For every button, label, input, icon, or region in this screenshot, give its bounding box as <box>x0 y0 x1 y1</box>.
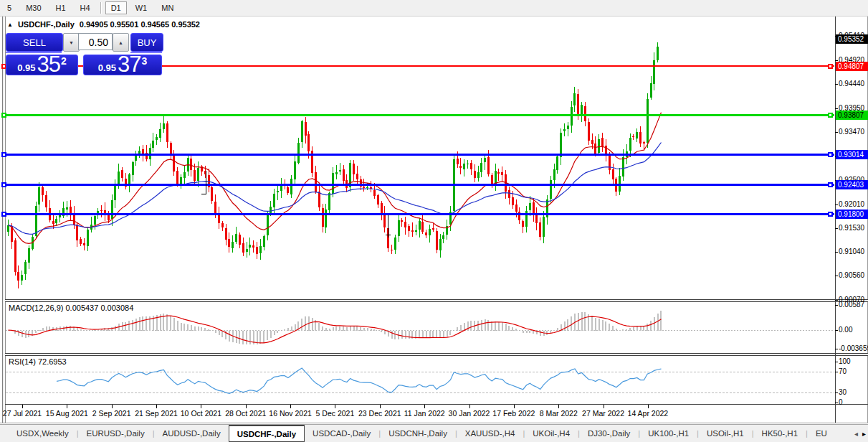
tab-scroll-left-icon[interactable]: ◂ <box>854 430 858 438</box>
date-tick-label: 8 Mar 2022 <box>540 409 578 418</box>
buy-price-sup: 3 <box>142 57 148 65</box>
sell-price-small: 0.95 <box>17 62 35 73</box>
date-tick-label: 14 Apr 2022 <box>628 409 669 418</box>
price-line-label-blue-level-1: 0.93014 <box>836 150 868 159</box>
price-line-label-blue-level-3: 0.91800 <box>836 210 868 219</box>
tab-uk100-h1[interactable]: UK100-,H1 <box>640 425 697 442</box>
price-line-label-blue-level-2: 0.92403 <box>836 180 868 189</box>
date-tick-label: 15 Aug 2021 <box>46 409 88 418</box>
sell-price-big: 35 <box>37 55 60 73</box>
date-tick-label: 16 Nov 2021 <box>269 409 312 418</box>
rsi-label: RSI(14) 72.6953 <box>9 357 67 366</box>
rsi-axis-label: 100 <box>839 357 851 365</box>
price-tick-label: 0.93470 <box>839 128 864 136</box>
date-tick-label: 28 Oct 2021 <box>225 409 266 418</box>
timeframe-button-m30[interactable]: M30 <box>20 1 47 14</box>
tab-usdchf-daily[interactable]: USDCHF-,Daily <box>229 425 305 442</box>
tab-usdcad-daily[interactable]: USDCAD-,Daily <box>305 425 378 442</box>
volume-input[interactable]: 0.50 <box>78 33 113 50</box>
volume-increase-button[interactable]: ▲ <box>113 33 129 52</box>
buy-price-small: 0.95 <box>98 62 116 73</box>
sell-button[interactable]: SELL <box>6 33 63 52</box>
tab-dj30-daily[interactable]: DJ30-,Daily <box>580 425 638 442</box>
tab-scroll-right-icon[interactable]: ▸ <box>862 430 866 438</box>
timeframe-button-5[interactable]: 5 <box>1 1 17 14</box>
sell-price-display[interactable]: 0.95 35 2 <box>6 55 78 75</box>
collapse-icon[interactable]: ▲ <box>7 22 13 28</box>
tab-audusd-daily[interactable]: AUDUSD-,Daily <box>155 425 229 442</box>
macd-label: MACD(12,26,9) 0.005437 0.003084 <box>9 304 133 312</box>
symbol-tab-bar: USDX,Weekly|EURUSD-,Daily|AUDUSD-,DailyU… <box>0 424 868 442</box>
buy-button[interactable]: BUY <box>130 33 163 52</box>
timeframe-button-w1[interactable]: W1 <box>130 1 153 14</box>
price-line-label-green-level: 0.93807 <box>836 110 868 120</box>
tab-xauusd-h4[interactable]: XAUUSD-,H4 <box>457 425 523 442</box>
buy-price-display[interactable]: 0.95 37 3 <box>83 55 162 75</box>
toolbar-separator <box>100 2 101 14</box>
buy-price-big: 37 <box>118 55 140 73</box>
price-tick-label: 0.91040 <box>839 248 864 255</box>
macd-axis-label: 0.00 <box>839 326 852 334</box>
tab-scroll-arrows: ◂ ▸ <box>854 425 866 442</box>
tab-usdcnh-daily[interactable]: USDCNH-,Daily <box>381 425 455 442</box>
price-line-label-current-price: 0.95352 <box>836 34 868 44</box>
rsi-axis-label: 70 <box>839 367 846 375</box>
date-tick-label: 17 Feb 2022 <box>492 409 535 418</box>
date-tick-label: 23 Dec 2021 <box>358 409 401 418</box>
price-tick-label: 0.94440 <box>839 80 864 88</box>
timeframe-toolbar: 5M30H1H4D1W1MN <box>0 0 868 17</box>
one-click-trading-widget: SELL ▼ 0.50 ▲ BUY 0.95 35 2 0.95 37 3 <box>6 33 162 75</box>
macd-axis-label: -0.003659 <box>839 344 868 352</box>
tab-hk50-h1[interactable]: HK50-,H1 <box>754 425 806 442</box>
chart-symbol-title: USDCHF-,Daily <box>18 20 75 29</box>
chart-ohlc-values: 0.94905 0.95501 0.94565 0.95352 <box>80 20 200 29</box>
volume-decrease-button[interactable]: ▼ <box>63 33 80 52</box>
price-line-label-red-level: 0.94807 <box>836 62 868 71</box>
price-tick-label: 0.92010 <box>839 200 864 208</box>
date-tick-label: 11 Jan 2022 <box>404 409 445 418</box>
date-tick-label: 5 Dec 2021 <box>316 409 355 418</box>
tab-eurusd-daily[interactable]: EURUSD-,Daily <box>79 425 153 442</box>
timeframe-button-d1[interactable]: D1 <box>105 1 127 14</box>
tab-eu[interactable]: EU <box>808 425 827 442</box>
sell-price-sup: 2 <box>61 57 67 65</box>
rsi-axis-label: 0 <box>839 398 843 406</box>
tab-usoil-h1[interactable]: USOil-,H1 <box>699 425 752 442</box>
trading-terminal-window: { "toolbar": { "timeframes": ["5","M30",… <box>0 0 868 442</box>
macd-axis-label: 0.00587 <box>839 301 864 309</box>
rsi-axis-label: 30 <box>839 388 846 396</box>
chart-title-row: ▲ USDCHF-,Daily 0.94905 0.95501 0.94565 … <box>7 20 200 29</box>
timeframe-button-h4[interactable]: H4 <box>75 1 96 14</box>
date-tick-label: 30 Jan 2022 <box>449 409 490 418</box>
timeframe-button-h1[interactable]: H1 <box>50 1 72 14</box>
price-tick-label: 0.90560 <box>839 271 864 279</box>
date-tick-label: 2 Sep 2021 <box>92 409 131 418</box>
date-tick-label: 27 Mar 2022 <box>582 409 624 418</box>
date-tick-label: 27 Jul 2021 <box>3 409 42 418</box>
tab-usdx-weekly[interactable]: USDX,Weekly <box>9 425 77 442</box>
price-tick-label: 0.91530 <box>839 224 864 232</box>
tab-ukoil-h4[interactable]: UKOil-,H4 <box>525 425 578 442</box>
date-tick-label: 10 Oct 2021 <box>181 409 221 418</box>
timeframe-button-mn[interactable]: MN <box>156 1 179 14</box>
date-tick-label: 21 Sep 2021 <box>135 409 178 418</box>
